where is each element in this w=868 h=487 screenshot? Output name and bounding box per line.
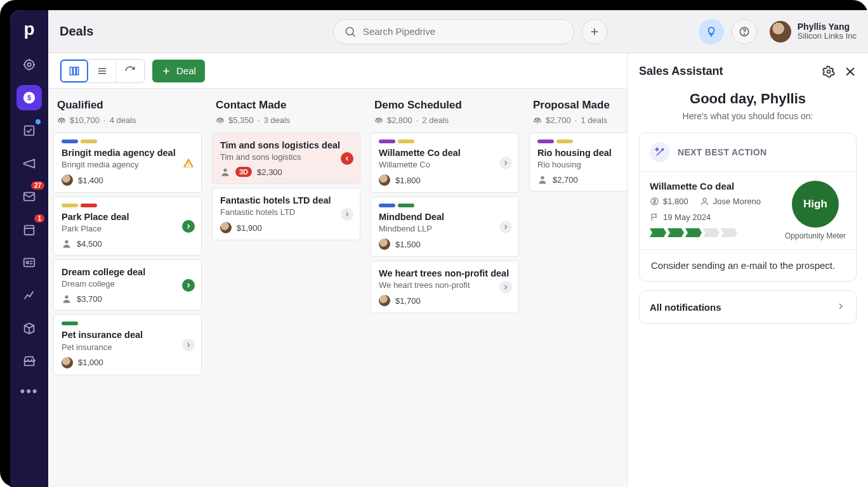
svg-point-0 bbox=[25, 60, 34, 70]
tag-icon bbox=[62, 204, 78, 207]
deal-org: Tim and sons logistics bbox=[220, 152, 352, 162]
user-menu[interactable]: Phyllis Yang Silicon Links Inc bbox=[770, 21, 857, 42]
scale-icon bbox=[216, 116, 225, 125]
nav-campaigns-icon[interactable] bbox=[16, 151, 42, 176]
list-icon bbox=[96, 65, 108, 77]
deal-card[interactable]: Willamette Co deal Willamette Co $1,800 bbox=[371, 133, 519, 193]
chevron-right-icon bbox=[182, 220, 195, 233]
deal-card[interactable]: Mindbend Deal Mindbend LLP $1,500 bbox=[371, 197, 519, 257]
chevron-left-icon bbox=[341, 152, 353, 165]
tag-icon bbox=[81, 204, 97, 207]
view-pipeline-button[interactable] bbox=[60, 60, 88, 82]
tag-icon bbox=[398, 140, 414, 143]
deal-title: Willamette Co deal bbox=[379, 147, 511, 159]
topbar: Deals Phyllis Yang Silicon Links Inc bbox=[48, 10, 868, 53]
chevron-right-icon bbox=[499, 281, 512, 294]
page-title: Deals bbox=[60, 24, 93, 39]
deal-card[interactable]: Tim and sons logistics deal Tim and sons… bbox=[212, 133, 360, 184]
deal-value: $1,900 bbox=[237, 223, 262, 233]
deal-value: $3,700 bbox=[77, 294, 102, 304]
pipeline-column: Contact Made $5,350 · 3 deals Tim and so… bbox=[207, 89, 365, 487]
chevron-right-icon bbox=[341, 208, 353, 221]
deal-org: Dream college bbox=[62, 279, 194, 289]
deal-org: Mindbend LLP bbox=[379, 224, 511, 233]
svg-rect-20 bbox=[70, 67, 72, 75]
svg-line-15 bbox=[352, 34, 355, 36]
search-input[interactable] bbox=[333, 19, 574, 44]
help-icon bbox=[739, 26, 750, 37]
plus-icon bbox=[589, 26, 600, 37]
deal-org: Bringit media agency bbox=[62, 160, 194, 169]
all-notifications-button[interactable]: All notifications bbox=[639, 290, 857, 324]
tag-icon bbox=[556, 140, 573, 143]
gear-icon[interactable] bbox=[822, 65, 835, 78]
deal-value: $4,500 bbox=[77, 239, 102, 249]
calendar-badge: 1 bbox=[34, 214, 44, 223]
deal-card[interactable]: Bringit media agency deal Bringit media … bbox=[53, 133, 202, 193]
stage-segment bbox=[667, 228, 684, 237]
assistant-button[interactable] bbox=[699, 19, 724, 44]
deal-card[interactable]: Fantastic hotels LTD deal Fantastic hote… bbox=[212, 188, 360, 240]
deal-card[interactable]: We heart trees non-profit deal We heart … bbox=[371, 261, 519, 313]
nav-calendar-icon[interactable]: 1 bbox=[16, 217, 42, 242]
svg-point-13 bbox=[26, 261, 29, 264]
column-title: Demo Scheduled bbox=[374, 99, 515, 112]
add-button[interactable] bbox=[582, 19, 607, 44]
help-button[interactable] bbox=[732, 19, 757, 44]
nav-contacts-icon[interactable] bbox=[16, 250, 42, 275]
person-icon bbox=[62, 294, 72, 304]
svg-point-36 bbox=[703, 198, 706, 202]
tag-icon bbox=[62, 321, 78, 325]
owner-avatar-icon bbox=[379, 238, 390, 250]
nav-mail-icon[interactable]: 27 bbox=[16, 184, 42, 209]
chevron-right-icon bbox=[499, 221, 512, 233]
sales-assistant-panel: Sales Assistant Good day, Phyllis Here's… bbox=[627, 53, 868, 487]
nav-insights-icon[interactable] bbox=[16, 283, 42, 308]
deal-title: Park Place deal bbox=[62, 211, 194, 223]
deal-title: Fantastic hotels LTD deal bbox=[220, 195, 352, 206]
user-name: Phyllis Yang bbox=[798, 22, 857, 32]
person-icon bbox=[62, 238, 72, 249]
wand-icon bbox=[650, 142, 670, 162]
panel-subtitle: Here's what you should focus on: bbox=[639, 111, 857, 121]
panel-greeting: Good day, Phyllis bbox=[639, 91, 857, 107]
add-deal-button[interactable]: Deal bbox=[152, 60, 205, 82]
view-forecast-button[interactable] bbox=[116, 60, 144, 82]
nav-more-icon[interactable]: ••• bbox=[20, 383, 38, 399]
flag-icon bbox=[650, 212, 659, 222]
deal-card[interactable]: Dream college deal Dream college $3,700 bbox=[53, 259, 202, 311]
view-toggle bbox=[60, 59, 145, 83]
panel-title: Sales Assistant bbox=[639, 65, 723, 78]
tag-icon bbox=[62, 140, 78, 143]
user-avatar-icon bbox=[770, 21, 791, 42]
action-label: NEXT BEST ACTION bbox=[678, 147, 766, 157]
svg-point-30 bbox=[223, 169, 227, 172]
deal-title: Dream college deal bbox=[62, 266, 194, 278]
column-title: Contact Made bbox=[216, 99, 357, 112]
deal-org: Park Place bbox=[62, 224, 194, 233]
sidebar: p $ 27 1 bbox=[10, 10, 48, 487]
nav-marketplace-icon[interactable] bbox=[16, 349, 42, 374]
refresh-icon bbox=[124, 65, 136, 77]
deal-org: Pet insurance bbox=[62, 342, 194, 352]
svg-rect-10 bbox=[25, 226, 34, 235]
nav-activities-icon[interactable] bbox=[16, 118, 42, 143]
deal-value: $2,300 bbox=[257, 167, 282, 177]
search-field[interactable] bbox=[363, 26, 563, 37]
deal-value: $2,700 bbox=[553, 175, 578, 185]
value-icon bbox=[650, 197, 659, 206]
nav-focus-icon[interactable] bbox=[16, 52, 42, 77]
deal-card[interactable]: Park Place deal Park Place $4,500 bbox=[53, 197, 202, 256]
close-icon[interactable] bbox=[844, 65, 857, 78]
deal-card[interactable]: Pet insurance deal Pet insurance $1,000 bbox=[53, 315, 202, 375]
opportunity-meter-value: High bbox=[792, 181, 839, 228]
nav-products-icon[interactable] bbox=[16, 316, 42, 341]
mail-badge: 27 bbox=[31, 181, 44, 190]
user-company: Silicon Links Inc bbox=[798, 32, 857, 41]
scale-icon bbox=[533, 116, 542, 125]
nav-deals-icon[interactable]: $ bbox=[16, 85, 42, 110]
action-deal-name: Willamette Co deal bbox=[650, 181, 776, 192]
deal-org: We heart trees non-profit bbox=[379, 280, 511, 290]
view-list-button[interactable] bbox=[88, 60, 116, 82]
owner-avatar-icon bbox=[379, 174, 390, 186]
